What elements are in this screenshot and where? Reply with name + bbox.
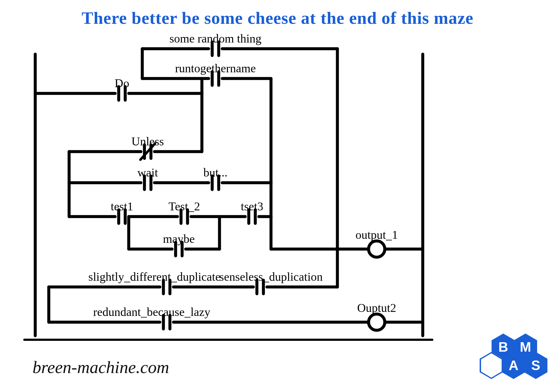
label-slightly-different-duplicate: slightly_different_duplicate <box>88 270 221 284</box>
label-wait: wait <box>137 166 158 180</box>
label-some-random-thing: some random thing <box>169 32 262 46</box>
label-runtogethername: runtogethername <box>175 61 256 76</box>
label-test2: Test_2 <box>169 200 200 214</box>
label-do: Do <box>115 76 129 91</box>
coil-output-1 <box>369 241 385 257</box>
logo-bmas: B M A S <box>492 334 547 378</box>
label-but: but... <box>203 166 227 180</box>
coil-output-2 <box>369 314 385 330</box>
label-senseless-duplication: senseless_duplication <box>219 270 322 284</box>
label-output-2: Ouptut2 <box>357 301 396 315</box>
footer-url: breen-machine.com <box>33 357 169 377</box>
label-unless: Unless <box>131 135 164 149</box>
label-maybe: maybe <box>163 232 195 246</box>
label-output-1: output_1 <box>356 228 398 242</box>
label-redundant-because-lazy: redundant_because_lazy <box>93 305 210 319</box>
ladder-diagram <box>0 0 555 392</box>
label-test1: test1 <box>111 200 133 214</box>
label-tset3: tset3 <box>241 200 263 214</box>
